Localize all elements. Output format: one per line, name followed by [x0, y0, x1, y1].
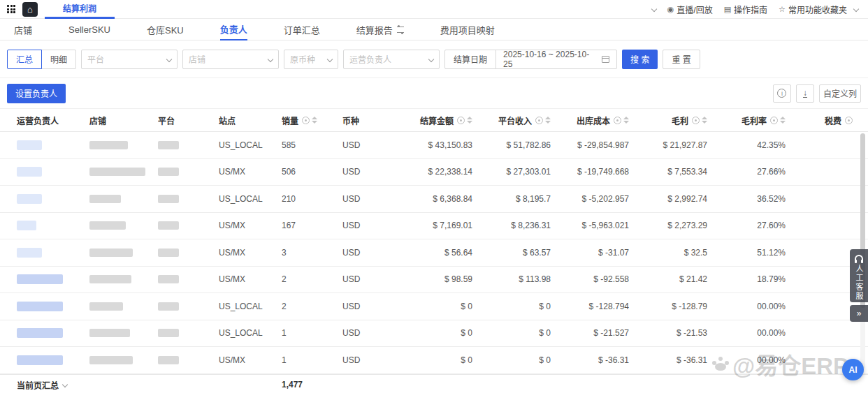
sort-icon[interactable] — [545, 117, 551, 124]
page-summary-label[interactable]: 当前页汇总 — [7, 379, 282, 391]
home-icon[interactable]: ⌂ — [22, 2, 38, 17]
col-header-platform-income[interactable]: 平台收入 — [472, 114, 551, 126]
redacted-shop — [89, 168, 145, 176]
ai-assistant-button[interactable]: AI — [842, 359, 864, 380]
info-button[interactable]: i — [773, 84, 791, 103]
table-row[interactable]: US/MX 506 USD $ 22,338.14 $ 27,303.01 $ … — [0, 159, 868, 186]
download-icon: ↓ — [803, 89, 807, 98]
qty-cell: 506 — [282, 167, 342, 177]
currency-cell: USD — [342, 355, 391, 365]
redacted-shop — [89, 275, 131, 283]
document-icon: ▤ — [724, 5, 731, 14]
tab-fee-mapping[interactable]: 费用项目映射 — [440, 19, 495, 40]
col-header-gross-margin[interactable]: 毛利率 — [707, 114, 786, 126]
table-header-row: 运营负责人 店铺 平台 站点 销量 币种 结算金额 平台收入 出库成本 毛利 毛… — [0, 108, 868, 132]
redacted-platform — [158, 356, 179, 364]
gross-margin-cell: 42.35% — [707, 140, 786, 150]
col-header-qty[interactable]: 销量 — [282, 114, 342, 126]
col-header-site[interactable]: 站点 — [219, 114, 282, 126]
column-filter-icon[interactable] — [302, 117, 310, 124]
chevron-down-icon — [853, 6, 859, 12]
column-filter-icon[interactable] — [692, 117, 700, 124]
module-tab-settlement-profit[interactable]: 结算利润 — [45, 0, 115, 19]
customize-columns-button[interactable]: 自定义列 — [819, 84, 861, 103]
col-header-gross-profit[interactable]: 毛利 — [629, 114, 707, 126]
col-header-owner[interactable]: 运营负责人 — [7, 114, 89, 126]
table-row[interactable]: US_LOCAL 585 USD $ 43,150.83 $ 51,782.86… — [0, 132, 868, 159]
table-row[interactable]: US/MX 1 USD $ 0 $ 0 $ -36.31 $ -36.31 00… — [0, 347, 868, 374]
redacted-platform — [158, 168, 179, 176]
table-row[interactable]: US/MX 2 USD $ 98.59 $ 113.98 $ -92.558 $… — [0, 267, 868, 294]
sort-icon[interactable] — [702, 117, 707, 124]
widget-collapse-button[interactable]: » — [850, 305, 868, 322]
col-header-tax[interactable]: 税费 — [786, 114, 853, 126]
table-toolbar: 设置负责人 i ↓ 自定义列 — [0, 78, 868, 108]
search-button[interactable]: 搜 索 — [622, 50, 658, 69]
qty-cell: 1 — [282, 328, 342, 338]
col-header-platform[interactable]: 平台 — [158, 114, 219, 126]
column-filter-icon[interactable] — [614, 117, 621, 124]
qty-cell: 1 — [282, 355, 342, 365]
platform-select[interactable]: 平台 — [81, 50, 178, 69]
live-replay-link[interactable]: ◉ 直播/回放 — [667, 3, 713, 15]
sort-icon[interactable] — [780, 117, 786, 124]
col-header-settle-amount[interactable]: 结算金额 — [391, 114, 472, 126]
table-row[interactable]: US_LOCAL 2 USD $ 0 $ 0 $ -128.794 $ -128… — [0, 293, 868, 320]
redacted-platform — [158, 195, 179, 203]
tab-sellersku[interactable]: SellerSKU — [68, 19, 110, 40]
shop-select[interactable]: 店铺 — [182, 50, 279, 69]
tab-shop[interactable]: 店铺 — [14, 19, 32, 40]
favorites-menu[interactable]: ☆ 常用功能收藏夹 — [779, 3, 858, 15]
table-body: US_LOCAL 585 USD $ 43,150.83 $ 51,782.86… — [0, 132, 868, 374]
gross-margin-cell: 27.60% — [707, 221, 786, 230]
settle-amount-cell: $ 98.59 — [391, 274, 472, 284]
apps-grid-icon[interactable] — [7, 5, 15, 13]
tab-owner[interactable]: 负责人 — [220, 19, 247, 40]
guide-link[interactable]: ▤ 操作指南 — [724, 3, 767, 15]
currency-cell: USD — [342, 328, 391, 338]
outbound-cost-cell: $ -19,749.668 — [551, 167, 629, 177]
platform-income-cell: $ 0 — [472, 328, 551, 338]
sort-icon[interactable] — [467, 117, 472, 124]
summary-button[interactable]: 汇总 — [7, 50, 42, 69]
qty-cell: 2 — [282, 274, 342, 284]
table-row[interactable]: US_LOCAL 1 USD $ 0 $ 0 $ -21.527 $ -21.5… — [0, 320, 868, 348]
table-row[interactable]: US/MX 167 USD $ 7,169.01 $ 8,236.31 $ -5… — [0, 213, 868, 240]
column-filter-icon[interactable] — [770, 117, 778, 124]
redacted-platform — [158, 221, 179, 230]
redacted-owner — [17, 194, 42, 204]
owner-select[interactable]: 运营负责人 — [343, 50, 440, 69]
outbound-cost-cell: $ -21.527 — [551, 328, 629, 338]
table-row[interactable]: US_LOCAL 210 USD $ 6,368.84 $ 8,195.7 $ … — [0, 186, 868, 213]
site-cell: US/MX — [219, 248, 282, 258]
col-header-shop[interactable]: 店铺 — [89, 114, 158, 126]
tab-warehouse-sku[interactable]: 仓库SKU — [147, 19, 184, 40]
gross-profit-cell: $ 2,992.74 — [629, 194, 707, 204]
qty-cell: 2 — [282, 302, 342, 311]
column-filter-icon[interactable] — [535, 117, 543, 124]
detail-button[interactable]: 明细 — [41, 50, 76, 69]
sort-icon[interactable] — [312, 117, 317, 124]
gross-profit-cell: $ 21,927.87 — [629, 140, 707, 150]
chevron-down-icon — [327, 56, 333, 61]
sort-icon[interactable] — [623, 117, 629, 124]
customer-service-widget[interactable]: 人工客服 — [850, 249, 868, 302]
column-filter-icon[interactable] — [845, 117, 853, 124]
set-owner-button[interactable]: 设置负责人 — [7, 84, 66, 103]
gross-margin-cell: 00.00% — [707, 355, 786, 365]
sliders-icon — [397, 27, 404, 33]
outbound-cost-cell: $ -36.31 — [551, 355, 629, 365]
summary-detail-toggle: 汇总 明细 — [7, 50, 76, 69]
reset-button[interactable]: 重 置 — [663, 50, 700, 69]
date-range-input[interactable]: 2025-10-16 ~ 2025-10-25 — [496, 50, 616, 68]
table-row[interactable]: US/MX 3 USD $ 56.64 $ 63.57 $ -31.07 $ 3… — [0, 239, 868, 267]
outbound-cost-cell: $ -5,963.021 — [551, 221, 629, 230]
tab-settlement-report[interactable]: 结算报告 — [356, 19, 404, 40]
tab-order-summary[interactable]: 订单汇总 — [284, 19, 320, 40]
topbar-collapse-icon[interactable] — [651, 6, 656, 12]
currency-select[interactable]: 原币种 — [284, 50, 338, 69]
col-header-currency[interactable]: 币种 — [342, 114, 391, 126]
column-filter-icon[interactable] — [457, 117, 465, 124]
col-header-outbound-cost[interactable]: 出库成本 — [551, 114, 629, 126]
export-button[interactable]: ↓ — [796, 84, 814, 103]
